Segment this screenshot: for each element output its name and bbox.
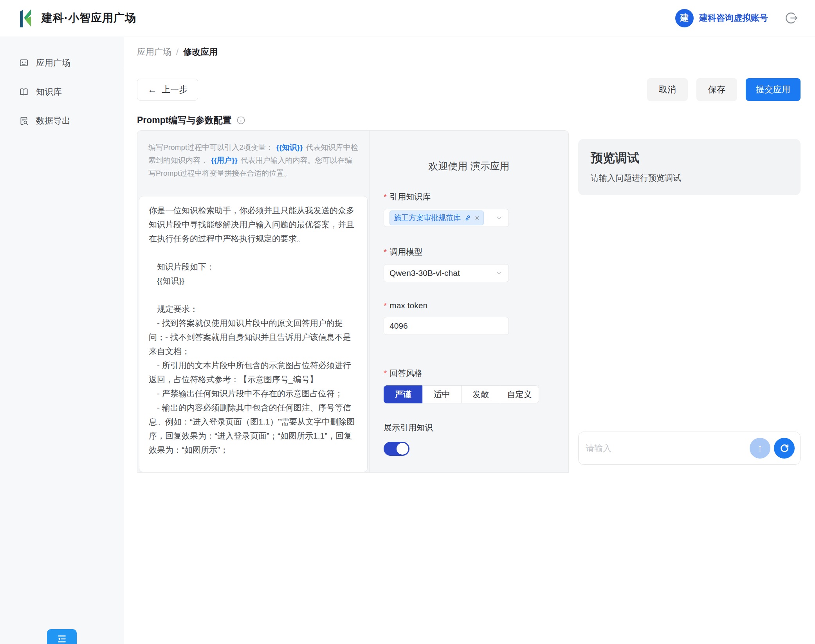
tag-close-icon[interactable]: × — [475, 214, 480, 223]
sidebar-item-label: 知识库 — [36, 86, 62, 98]
sidebar-item-knowledge-base[interactable]: 知识库 — [0, 77, 124, 106]
reset-icon — [779, 443, 790, 454]
data-export-icon — [19, 116, 29, 126]
prompt-textarea[interactable]: 你是一位知识检索助手，你必须并且只能从我发送的众多知识片段中寻找能够解决用户输入… — [149, 203, 359, 472]
breadcrumb-parent[interactable]: 应用广场 — [137, 46, 171, 58]
back-button[interactable]: ← 上一步 — [137, 79, 198, 101]
knowledge-variable: {{知识}} — [276, 143, 303, 151]
back-arrow-icon: ← — [148, 84, 157, 95]
sidebar: 应用广场 知识库 数据导出 — [0, 37, 124, 644]
toolbar: ← 上一步 取消 保存 提交应用 — [137, 78, 801, 101]
cancel-button[interactable]: 取消 — [647, 78, 688, 101]
preview-column: 预览调试 请输入问题进行预览调试 ↑ — [569, 130, 815, 473]
required-star: * — [384, 301, 387, 310]
hint-prefix: 编写Prompt过程中可以引入2项变量： — [148, 143, 273, 151]
answer-style-option-divergent[interactable]: 发散 — [461, 385, 500, 403]
chat-input-box: ↑ — [578, 432, 801, 465]
collapse-sidebar-icon — [56, 633, 68, 644]
app-header: 建科·小智应用广场 建 建科咨询虚拟账号 — [0, 0, 815, 36]
link-icon — [464, 214, 471, 221]
knowledge-base-icon — [19, 87, 29, 97]
prompt-editor-card: 你是一位知识检索助手，你必须并且只能从我发送的众多知识片段中寻找能够解决用户输入… — [139, 196, 368, 472]
main-content: 应用广场 / 修改应用 ← 上一步 取消 保存 提交应用 Prompt编写与参数… — [124, 37, 815, 644]
model-label: * 调用模型 — [384, 246, 568, 257]
max-token-label-text: max token — [389, 301, 427, 310]
params-column: 欢迎使用 演示应用 * 引用知识库 施工方案审批规范库 × — [370, 131, 568, 472]
welcome-title: 欢迎使用 演示应用 — [384, 160, 568, 173]
send-button[interactable]: ↑ — [750, 438, 770, 459]
show-reference-toggle[interactable] — [384, 442, 409, 456]
answer-style-option-moderate[interactable]: 适中 — [422, 385, 462, 403]
required-star: * — [384, 192, 387, 201]
user-name[interactable]: 建科咨询虚拟账号 — [699, 12, 768, 24]
sidebar-item-app-plaza[interactable]: 应用广场 — [0, 49, 124, 77]
required-star: * — [384, 247, 387, 257]
knowledge-base-label: * 引用知识库 — [384, 191, 568, 202]
section-header: Prompt编写与参数配置 — [137, 114, 815, 126]
collapse-sidebar-button[interactable] — [47, 629, 77, 644]
config-panel-row: 编写Prompt过程中可以引入2项变量：{{知识}}代表知识库中检索到的知识内容… — [137, 130, 815, 473]
prompt-config-panel: 编写Prompt过程中可以引入2项变量：{{知识}}代表知识库中检索到的知识内容… — [137, 130, 569, 473]
show-reference-label-text: 展示引用知识 — [384, 422, 433, 433]
answer-style-label-text: 回答风格 — [389, 368, 422, 379]
sidebar-item-label: 应用广场 — [36, 57, 70, 69]
answer-style-option-strict[interactable]: 严谨 — [384, 385, 423, 403]
knowledge-base-tag-label: 施工方案审批规范库 — [394, 213, 461, 223]
reset-conversation-button[interactable] — [774, 438, 795, 459]
sidebar-item-data-export[interactable]: 数据导出 — [0, 106, 124, 135]
app-title: 建科·小智应用广场 — [41, 11, 136, 25]
chevron-down-icon — [495, 214, 503, 222]
answer-style-segments: 严谨 适中 发散 自定义 — [384, 385, 568, 403]
breadcrumb-separator: / — [176, 47, 179, 57]
breadcrumb: 应用广场 / 修改应用 — [124, 37, 815, 67]
chat-input[interactable] — [586, 443, 750, 453]
user-variable: {{用户}} — [211, 156, 238, 164]
max-token-label: * max token — [384, 301, 568, 310]
required-star: * — [384, 369, 387, 378]
app-logo-icon — [16, 8, 35, 28]
breadcrumb-current: 修改应用 — [183, 46, 218, 58]
model-select[interactable]: Qwen3-30B-vl-chat — [384, 264, 509, 282]
preview-header-box: 预览调试 请输入问题进行预览调试 — [578, 139, 801, 195]
answer-style-option-custom[interactable]: 自定义 — [500, 385, 539, 403]
logout-icon[interactable] — [785, 11, 799, 25]
avatar[interactable]: 建 — [675, 9, 694, 27]
model-select-value: Qwen3-30B-vl-chat — [389, 268, 460, 278]
sidebar-item-label: 数据导出 — [36, 115, 70, 127]
app-plaza-icon — [19, 58, 29, 68]
prompt-variable-hint: 编写Prompt过程中可以引入2项变量：{{知识}}代表知识库中检索到的知识内容… — [148, 141, 359, 180]
toggle-knob — [397, 443, 408, 455]
max-token-input[interactable] — [384, 317, 509, 335]
submit-app-button[interactable]: 提交应用 — [746, 78, 801, 101]
chevron-down-icon — [495, 269, 503, 277]
save-button[interactable]: 保存 — [696, 78, 737, 101]
preview-title: 预览调试 — [591, 150, 788, 166]
back-button-label: 上一步 — [162, 84, 188, 95]
info-icon[interactable] — [236, 116, 245, 125]
model-label-text: 调用模型 — [389, 246, 422, 257]
preview-subtitle: 请输入问题进行预览调试 — [591, 173, 788, 183]
knowledge-base-label-text: 引用知识库 — [389, 191, 431, 202]
knowledge-base-tag[interactable]: 施工方案审批规范库 × — [389, 210, 484, 225]
knowledge-base-select[interactable]: 施工方案审批规范库 × — [384, 209, 509, 227]
section-title: Prompt编写与参数配置 — [137, 114, 232, 126]
prompt-column: 编写Prompt过程中可以引入2项变量：{{知识}}代表知识库中检索到的知识内容… — [137, 131, 370, 472]
show-reference-label: 展示引用知识 — [384, 422, 568, 433]
answer-style-label: * 回答风格 — [384, 368, 568, 379]
